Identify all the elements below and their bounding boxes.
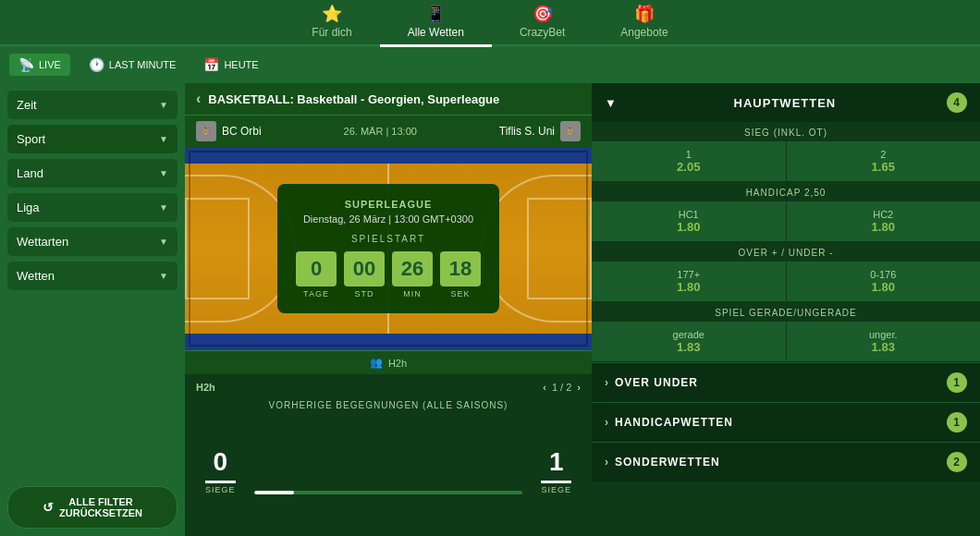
gerade-cell[interactable]: gerade 1.83 xyxy=(592,322,786,361)
sonderwetten-section[interactable]: › SONDERWETTEN 2 xyxy=(592,442,980,481)
h2h-bar-label: H2h xyxy=(388,358,407,369)
sieg-2-label: 2 xyxy=(792,149,975,160)
chevron-right-icon: › xyxy=(605,376,609,389)
hc1-label: HC1 xyxy=(597,209,780,220)
sieg-1-label: 1 xyxy=(597,149,780,160)
hc2-cell[interactable]: HC2 1.80 xyxy=(787,201,981,241)
h2h-team1-bar xyxy=(205,481,236,483)
filter-land[interactable]: Land ▼ xyxy=(7,159,178,188)
gerade-team-label: gerade xyxy=(597,329,780,340)
filter-liga-label: Liga xyxy=(17,201,40,214)
live-button[interactable]: 📡 LIVE xyxy=(9,54,70,76)
gerade-value: 1.83 xyxy=(677,340,700,354)
countdown-minutes: 26 MIN xyxy=(392,251,433,298)
chevron-down-icon: ▼ xyxy=(159,134,168,144)
h2h-team2-score: 1 SIEGE xyxy=(541,447,571,494)
h2h-scores: 0 SIEGE 1 SIEGE xyxy=(196,447,581,494)
filter-zeit-label: Zeit xyxy=(17,98,37,112)
calendar-icon: 📅 xyxy=(203,57,219,72)
hc1-cell[interactable]: HC1 1.80 xyxy=(592,201,786,241)
filter-wettarten[interactable]: Wettarten ▼ xyxy=(7,227,178,256)
h2h-section: H2h ‹ 1 / 2 › VORHERIGE BEGEGNUNGEN (ALL… xyxy=(185,374,592,536)
breadcrumb: ‹ BASKETBALL: Basketball - Georgien, Sup… xyxy=(185,83,592,115)
handicap-row: HC1 1.80 HC2 1.80 xyxy=(592,201,980,241)
filter-liga[interactable]: Liga ▼ xyxy=(7,193,178,222)
filter-sport[interactable]: Sport ▼ xyxy=(7,125,178,153)
heute-button[interactable]: 📅 HEUTE xyxy=(194,54,267,76)
handicapwetten-section[interactable]: › HANDICAPWETTEN 1 xyxy=(592,402,980,442)
h2h-subtitle: VORHERIGE BEGEGNUNGEN (ALLE SAISONS) xyxy=(196,400,581,410)
second-bar: 📡 LIVE 🕐 LAST MINUTE 📅 HEUTE xyxy=(0,46,980,83)
spielstart-label: SPIELSTART xyxy=(296,234,481,244)
match-header: ⛹ BC Orbi 26. MÄR | 13:00 Tiflis S. Uni … xyxy=(185,115,592,147)
match-date: 26. MÄR | 13:00 xyxy=(344,126,417,137)
center-panel: ‹ BASKETBALL: Basketball - Georgien, Sup… xyxy=(185,83,592,536)
filter-wettarten-label: Wettarten xyxy=(17,235,68,249)
under-label: 0-176 xyxy=(792,269,975,280)
handicapwetten-count: 1 xyxy=(947,412,967,432)
sonderwetten-count: 2 xyxy=(947,452,967,472)
countdown-seconds-val: 18 xyxy=(440,251,481,286)
handicapwetten-label: HANDICAPWETTEN xyxy=(615,416,733,429)
handicap-label: HANDICAP 2,50 xyxy=(592,182,980,201)
gerade-label: SPIEL GERADE/UNGERADE xyxy=(592,302,980,322)
h2h-next-button[interactable]: › xyxy=(577,382,581,393)
hauptwetten-header[interactable]: ▼ HAUPTWETTEN 4 xyxy=(592,83,980,122)
breadcrumb-text: BASKETBALL: Basketball - Georgien, Super… xyxy=(208,92,499,106)
countdown-hours-lbl: STD xyxy=(355,289,374,298)
h2h-page: 1 / 2 xyxy=(552,382,571,393)
over-value: 1.80 xyxy=(677,280,700,294)
lastminute-button[interactable]: 🕐 LAST MINUTE xyxy=(80,54,186,76)
chevron-down-icon: ▼ xyxy=(159,271,168,281)
overunder-label: OVER + / UNDER - xyxy=(592,242,980,262)
h2h-nav: ‹ 1 / 2 › xyxy=(543,382,581,393)
nav-item-crazybet[interactable]: 🎯 CrazyBet xyxy=(492,0,593,47)
overunder-row: 177+ 1.80 0-176 1.80 xyxy=(592,262,980,301)
over-under-section[interactable]: › OVER UNDER 1 xyxy=(592,362,980,402)
h2h-team2-bar xyxy=(541,481,571,483)
hauptwetten-title: HAUPTWETTEN xyxy=(734,96,837,110)
h2h-title: H2h xyxy=(196,382,215,393)
team1-name: BC Orbi xyxy=(222,125,262,138)
countdown-hours: 00 STD xyxy=(344,251,385,298)
sieg-row: 1 2.05 2 1.65 xyxy=(592,141,980,181)
countdown-minutes-val: 26 xyxy=(392,251,433,286)
ungerade-cell[interactable]: unger. 1.83 xyxy=(787,322,981,361)
over-under-left: › OVER UNDER xyxy=(605,376,698,389)
back-button[interactable]: ‹ xyxy=(196,91,201,107)
sonderwetten-left: › SONDERWETTEN xyxy=(605,456,720,469)
under-cell[interactable]: 0-176 1.80 xyxy=(787,262,981,301)
over-cell[interactable]: 177+ 1.80 xyxy=(592,262,786,301)
filter-wetten[interactable]: Wetten ▼ xyxy=(7,262,178,290)
nav-item-fuer-dich[interactable]: ⭐ Für dich xyxy=(284,0,379,47)
ungerade-value: 1.83 xyxy=(872,340,895,354)
right-panel: ▼ HAUPTWETTEN 4 SIEG (INKL. OT) 1 2.05 2… xyxy=(592,83,980,536)
handicapwetten-left: › HANDICAPWETTEN xyxy=(605,416,733,429)
heute-label: HEUTE xyxy=(224,59,258,70)
progress-fill xyxy=(254,491,295,494)
persons-icon: 👥 xyxy=(370,357,383,369)
team1-info: ⛹ BC Orbi xyxy=(196,121,262,141)
sieg-label: SIEG (INKL. OT) xyxy=(592,122,980,141)
star-icon: ⭐ xyxy=(322,4,342,24)
sidebar: Zeit ▼ Sport ▼ Land ▼ Liga ▼ Wettarten ▼… xyxy=(0,83,185,536)
reset-filters-button[interactable]: ↺ ALLE FILTERZURÜCKSETZEN xyxy=(7,486,178,529)
hauptwetten-count: 4 xyxy=(947,92,967,113)
nav-label-fuer-dich: Für dich xyxy=(312,26,351,39)
nav-label-crazybet: CrazyBet xyxy=(520,26,565,39)
team2-name: Tiflis S. Uni xyxy=(499,125,555,138)
chevron-down-icon: ▼ xyxy=(159,202,168,213)
over-under-count: 1 xyxy=(947,372,967,393)
nav-item-angebote[interactable]: 🎁 Angebote xyxy=(593,0,695,47)
league-label: SUPERLEAGUE xyxy=(296,199,481,210)
reset-label: ALLE FILTERZURÜCKSETZEN xyxy=(59,496,142,518)
sieg-2-cell[interactable]: 2 1.65 xyxy=(787,141,981,181)
h2h-team2-score-val: 1 xyxy=(549,447,564,477)
gerade-row: gerade 1.83 unger. 1.83 xyxy=(592,322,980,361)
h2h-prev-button[interactable]: ‹ xyxy=(543,382,546,393)
nav-item-alle-wetten[interactable]: 📱 Alle Wetten xyxy=(380,0,492,47)
sieg-1-value: 2.05 xyxy=(677,160,700,174)
countdown-minutes-lbl: MIN xyxy=(403,289,422,298)
sieg-1-cell[interactable]: 1 2.05 xyxy=(592,141,786,181)
filter-zeit[interactable]: Zeit ▼ xyxy=(7,91,178,119)
